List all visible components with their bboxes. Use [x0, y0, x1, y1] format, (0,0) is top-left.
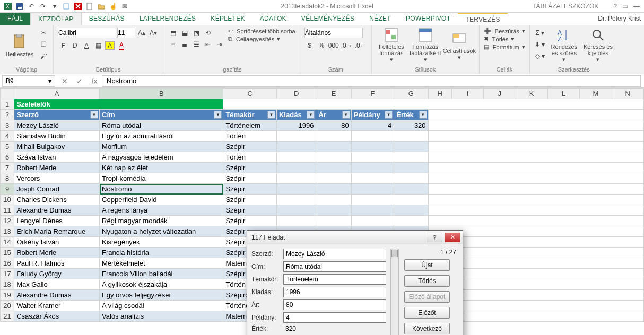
filter-dropdown-icon[interactable]: ▼	[90, 111, 98, 119]
cell[interactable]: 320	[394, 120, 428, 131]
cell[interactable]: 4	[351, 120, 394, 131]
tab-data[interactable]: ADATOK	[253, 13, 294, 25]
cell[interactable]: Morfium	[100, 142, 223, 152]
column-header-A[interactable]: A	[14, 89, 100, 99]
cell[interactable]: Charles Dickens	[14, 195, 100, 205]
cell[interactable]: Lengyel Dénes	[14, 216, 100, 226]
cell[interactable]	[351, 184, 394, 195]
input-peldany[interactable]	[283, 312, 386, 323]
input-ar[interactable]	[283, 299, 386, 310]
cell[interactable]: Walter Kramer	[14, 301, 100, 311]
new-icon[interactable]	[85, 2, 94, 11]
font-size-input[interactable]	[117, 28, 135, 38]
input-kiadas[interactable]	[283, 287, 386, 297]
cell[interactable]	[351, 205, 394, 216]
cell[interactable]: Történelem	[223, 120, 277, 131]
button-new[interactable]: Újat	[404, 259, 450, 271]
cell[interactable]	[316, 163, 351, 173]
row-header[interactable]: 8	[1, 173, 14, 184]
decrease-font-icon[interactable]: A▾	[148, 28, 159, 38]
italic-button[interactable]: D	[69, 40, 80, 51]
cell[interactable]: A régens lánya	[100, 205, 223, 216]
cell[interactable]	[394, 173, 428, 184]
bold-button[interactable]: F	[58, 40, 68, 51]
row-header[interactable]: 20	[1, 301, 14, 311]
dialog-help-button[interactable]: ?	[427, 233, 442, 242]
cell[interactable]	[394, 195, 428, 205]
open-icon[interactable]	[97, 2, 106, 11]
row-header[interactable]: 19	[1, 290, 14, 301]
cell[interactable]: Max Gallo	[14, 279, 100, 290]
align-middle-icon[interactable]: ⬓	[179, 28, 190, 38]
row-header[interactable]: 6	[1, 152, 14, 163]
cell[interactable]	[394, 216, 428, 226]
find-select-button[interactable]: Keresés és kijelölés▾	[582, 28, 613, 63]
tab-design[interactable]: TERVEZÉS	[458, 13, 508, 25]
cell[interactable]: Szépir	[223, 142, 277, 152]
close-red-icon[interactable]	[73, 2, 83, 11]
conditional-formatting-button[interactable]: Feltételes formázás▾	[376, 28, 407, 63]
cell[interactable]: Egy úr az admiralitásról	[100, 131, 223, 142]
border-icon[interactable]: ▦	[93, 40, 103, 51]
cell[interactable]	[394, 142, 428, 152]
tab-powerpivot[interactable]: POWERPIVOT	[398, 13, 458, 25]
paste-button[interactable]: Beillesztés	[4, 28, 35, 63]
cell[interactable]: Nyugaton a helyzet változatlan	[100, 226, 223, 237]
enter-formula-icon[interactable]: ✓	[72, 77, 87, 85]
row-header[interactable]: 4	[1, 131, 14, 142]
align-bottom-icon[interactable]: ⬔	[191, 28, 202, 38]
cell[interactable]: A világ csodái	[100, 301, 223, 311]
align-top-icon[interactable]: ⬒	[168, 28, 178, 38]
row-header[interactable]: 7	[1, 163, 14, 173]
cell[interactable]: Paul R. Halmos	[14, 258, 100, 269]
insert-cells-button[interactable]: ➕ Beszúrás ▾	[484, 28, 525, 34]
table-header-peldany[interactable]: Példány▼	[351, 110, 394, 120]
worksheet[interactable]: ABCDEFGHIJKLMN 1Szeletelők2Szerző▼Cím▼Té…	[0, 88, 644, 335]
font-name-input[interactable]	[58, 28, 116, 38]
currency-icon[interactable]: $	[304, 40, 315, 51]
cancel-formula-icon[interactable]: ✕	[57, 77, 72, 85]
column-header-B[interactable]: B	[100, 89, 223, 99]
filter-dropdown-icon[interactable]: ▼	[214, 111, 222, 119]
undo-icon[interactable]: ↶	[27, 2, 36, 11]
merge-button[interactable]: ⧉ Cellaegyesítés ▾	[228, 36, 295, 42]
cell[interactable]: Stanislaw Budin	[14, 131, 100, 142]
autosum-icon[interactable]: Σ ▾	[534, 28, 545, 38]
cell[interactable]: 80	[316, 120, 351, 131]
cell[interactable]	[316, 216, 351, 226]
cell[interactable]	[351, 216, 394, 226]
row-header[interactable]: 9	[1, 184, 14, 195]
name-box[interactable]: B9▾	[2, 75, 55, 87]
increase-font-icon[interactable]: A▴	[136, 28, 147, 38]
cell[interactable]	[276, 152, 316, 163]
cell[interactable]	[394, 152, 428, 163]
qat-dropdown-icon[interactable]: ▾	[50, 2, 59, 11]
clear-icon[interactable]: ◇ ▾	[534, 51, 545, 61]
indent-inc-icon[interactable]: ⇥	[214, 39, 225, 50]
cell[interactable]	[351, 195, 394, 205]
cell[interactable]: Szépir	[223, 216, 277, 226]
column-header-I[interactable]: I	[451, 89, 483, 99]
cell[interactable]: Alexandre Dumas	[14, 205, 100, 216]
cell[interactable]: Nostromo	[100, 184, 223, 195]
tab-review[interactable]: VÉLEMÉNYEZÉS	[294, 13, 362, 25]
cell[interactable]	[394, 163, 428, 173]
minimize-icon[interactable]: —	[633, 3, 640, 10]
cell[interactable]	[394, 205, 428, 216]
cell[interactable]	[276, 163, 316, 173]
cell[interactable]: Vercors	[14, 173, 100, 184]
cell[interactable]	[351, 131, 394, 142]
cell[interactable]	[276, 205, 316, 216]
input-cim[interactable]	[283, 261, 386, 272]
filter-dropdown-icon[interactable]: ▼	[267, 111, 275, 119]
input-temakor[interactable]	[283, 274, 386, 285]
cell[interactable]: Josph Conrad	[14, 184, 100, 195]
cell[interactable]: Száva István	[14, 152, 100, 163]
column-header-F[interactable]: F	[351, 89, 394, 99]
column-header-L[interactable]: L	[547, 89, 579, 99]
cell[interactable]	[316, 173, 351, 184]
cell[interactable]	[276, 195, 316, 205]
filter-dropdown-icon[interactable]: ▼	[385, 111, 393, 119]
cell[interactable]: A nagyságos fejedelem	[100, 152, 223, 163]
cell[interactable]: Mihail Bulgakov	[14, 142, 100, 152]
